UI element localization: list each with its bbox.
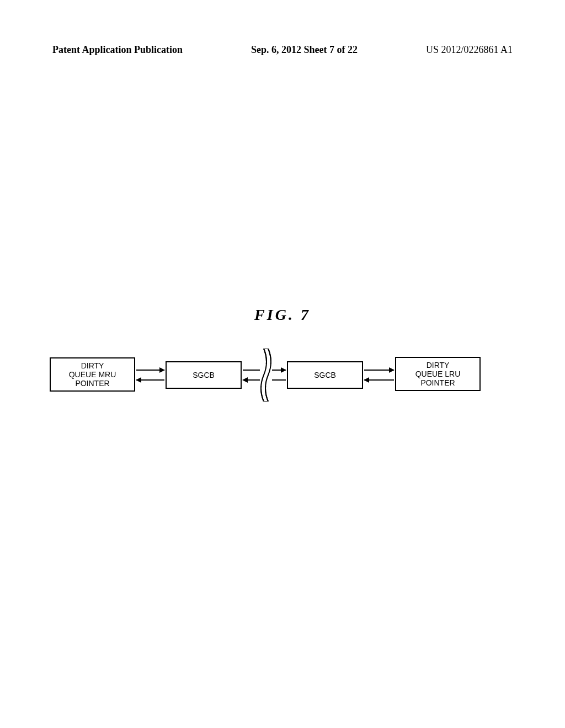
arrow-sgcb1-to-sgcb2 bbox=[243, 370, 286, 371]
header-date-sheet: Sep. 6, 2012 Sheet 7 of 22 bbox=[251, 44, 358, 56]
page-header: Patent Application Publication Sep. 6, 2… bbox=[0, 44, 565, 56]
arrow-sgcb2-to-lru bbox=[364, 370, 394, 371]
queue-diagram: DIRTYQUEUE MRUPOINTER SGCB SGCB DIRTYQUE… bbox=[50, 353, 508, 403]
box-sgcb2-label: SGCB bbox=[314, 371, 336, 379]
header-publication: Patent Application Publication bbox=[52, 44, 183, 56]
arrow-sgcb2-to-sgcb1 bbox=[243, 379, 286, 381]
box-mru-label: DIRTYQUEUE MRUPOINTER bbox=[69, 361, 116, 388]
arrow-lru-to-sgcb2 bbox=[364, 379, 394, 381]
arrow-mru-to-sgcb1 bbox=[136, 370, 164, 371]
continuation-break-icon bbox=[259, 349, 281, 402]
dirty-queue-mru-pointer-box: DIRTYQUEUE MRUPOINTER bbox=[50, 357, 135, 392]
figure-label: FIG. 7 bbox=[0, 306, 565, 324]
arrow-sgcb1-to-mru bbox=[136, 379, 164, 381]
dirty-queue-lru-pointer-box: DIRTYQUEUE LRUPOINTER bbox=[395, 357, 481, 391]
svg-rect-0 bbox=[260, 364, 272, 386]
sgcb-box-1: SGCB bbox=[166, 361, 242, 389]
header-doc-number: US 2012/0226861 A1 bbox=[426, 44, 513, 56]
box-sgcb1-label: SGCB bbox=[193, 371, 215, 379]
sgcb-box-2: SGCB bbox=[287, 361, 363, 389]
box-lru-label: DIRTYQUEUE LRUPOINTER bbox=[415, 361, 461, 387]
